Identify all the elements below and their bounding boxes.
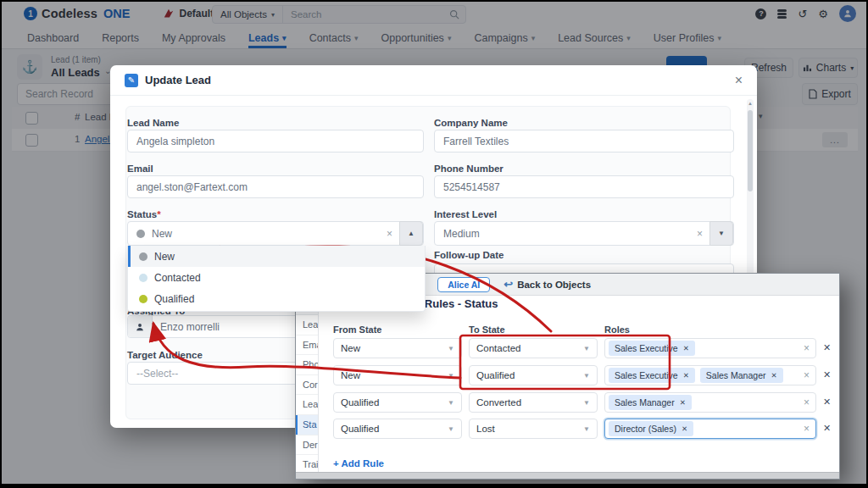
- status-label: Status*: [127, 209, 161, 219]
- role-label: Sales Executive: [615, 370, 678, 380]
- chevron-down-icon: ▼: [583, 399, 590, 407]
- target-audience-label: Target Audience: [127, 350, 203, 360]
- follow-up-date-label: Follow-up Date: [434, 250, 504, 260]
- to-value: Contacted: [476, 343, 520, 353]
- to-state-select[interactable]: Qualified▼: [469, 365, 598, 385]
- status-dot-icon: [136, 230, 145, 238]
- email-field[interactable]: angel.ston@Fartext.com: [127, 175, 424, 198]
- roles-field[interactable]: Sales Executive✕ Sales Manager✕ ×: [604, 365, 816, 385]
- clear-icon[interactable]: ×: [804, 423, 810, 435]
- sidebar-item[interactable]: Trai: [296, 455, 318, 473]
- option-label: Qualified: [154, 293, 194, 305]
- phone-field[interactable]: 5254514587: [434, 175, 734, 198]
- back-to-objects-button[interactable]: ↩ Back to Objects: [504, 279, 591, 290]
- interest-level-select[interactable]: Medium × ▼: [434, 221, 734, 246]
- from-value: New: [341, 370, 360, 380]
- sidebar-item[interactable]: Lea: [296, 395, 318, 415]
- delete-rule-icon[interactable]: ✕: [823, 342, 831, 353]
- chevron-down-icon[interactable]: ▼: [709, 221, 733, 246]
- to-value: Qualified: [476, 370, 515, 380]
- chevron-down-icon: ▼: [448, 425, 454, 433]
- chevron-down-icon: ▼: [448, 372, 454, 380]
- remove-tag-icon[interactable]: ✕: [683, 344, 689, 352]
- role-tag[interactable]: Sales Executive✕: [609, 368, 695, 383]
- to-value: Converted: [476, 397, 521, 408]
- lead-name-label: Lead Name: [127, 118, 179, 128]
- from-state-select[interactable]: New▼: [333, 338, 462, 358]
- role-label: Sales Executive: [615, 343, 678, 353]
- window-bottom-strip: [296, 472, 839, 479]
- sidebar-item[interactable]: Lea: [296, 315, 318, 336]
- sidebar-item[interactable]: Der: [296, 435, 318, 456]
- roles-field-focused[interactable]: Director (Sales)✕ ×: [604, 419, 816, 439]
- status-option-qualified[interactable]: Qualified: [128, 288, 425, 309]
- remove-tag-icon[interactable]: ✕: [680, 398, 686, 407]
- role-tag[interactable]: Director (Sales)✕: [609, 421, 693, 436]
- email-label: Email: [127, 164, 153, 174]
- to-state-select[interactable]: Lost▼: [469, 419, 598, 439]
- option-label: Contacted: [154, 272, 201, 284]
- status-option-new[interactable]: New: [128, 246, 425, 267]
- status-option-contacted[interactable]: Contacted: [128, 267, 425, 288]
- edit-pencil-icon: ✎: [125, 74, 138, 87]
- sidebar-item[interactable]: Ema: [296, 336, 318, 356]
- status-select[interactable]: New × ▲: [127, 221, 424, 246]
- clear-icon[interactable]: ×: [804, 342, 810, 354]
- label-text: Follow-up Date: [434, 250, 504, 260]
- delete-rule-icon[interactable]: ✕: [823, 423, 831, 434]
- to-state-select[interactable]: Contacted▼: [469, 338, 598, 358]
- from-state-select[interactable]: New▼: [333, 365, 462, 385]
- delete-rule-icon[interactable]: ✕: [823, 369, 831, 380]
- from-state-select[interactable]: Qualified▼: [333, 392, 462, 413]
- chevron-down-icon: ▼: [448, 399, 454, 407]
- clear-icon[interactable]: ×: [804, 369, 810, 381]
- chevron-up-icon[interactable]: ▲: [399, 221, 423, 246]
- role-tag[interactable]: Sales Manager✕: [700, 368, 783, 383]
- modal-header: ✎ Update Lead ×: [110, 65, 757, 96]
- delete-rule-icon[interactable]: ✕: [823, 396, 831, 408]
- add-rule-link[interactable]: + Add Rule: [333, 458, 384, 469]
- label-text: Email: [127, 164, 153, 174]
- to-state-select[interactable]: Converted▼: [469, 392, 598, 413]
- alice-ai-button[interactable]: Alice AI: [437, 277, 490, 292]
- person-icon: [128, 316, 153, 337]
- column-to-state: To State: [469, 324, 505, 335]
- clear-icon[interactable]: ×: [697, 228, 703, 240]
- chevron-down-icon: ▼: [583, 345, 590, 352]
- status-value: New: [152, 228, 172, 240]
- sidebar-item[interactable]: Cor: [296, 375, 318, 396]
- role-tag[interactable]: Sales Manager✕: [609, 395, 692, 410]
- lead-name-field[interactable]: Angela simpleton: [127, 130, 424, 152]
- properties-sidebar: Nam Lea Ema Pho Cor Lea Sta Der Trai: [296, 295, 319, 473]
- phone-label: Phone Number: [434, 164, 504, 174]
- add-rule-label: Add Rule: [342, 458, 384, 469]
- required-mark: *: [157, 209, 160, 219]
- scrollbar-thumb[interactable]: [748, 110, 753, 191]
- from-value: New: [341, 343, 360, 353]
- company-name-label: Company Name: [434, 118, 508, 128]
- clear-icon[interactable]: ×: [804, 396, 810, 408]
- screen: 1 Codeless ONE Default Portal All Object…: [0, 0, 868, 488]
- sidebar-item[interactable]: Pho: [296, 355, 318, 375]
- remove-tag-icon[interactable]: ✕: [771, 371, 776, 380]
- sidebar-item-status[interactable]: Sta: [296, 415, 318, 435]
- chevron-down-icon: ▼: [448, 345, 454, 352]
- status-dot-icon: [139, 274, 147, 282]
- roles-field[interactable]: Sales Manager✕ ×: [604, 392, 816, 413]
- status-dot-icon: [139, 252, 147, 261]
- from-value: Qualified: [341, 424, 379, 434]
- company-name-field[interactable]: Farrell Textiles: [434, 130, 734, 152]
- roles-field[interactable]: Sales Executive✕ ×: [604, 338, 816, 358]
- scroll-up-icon[interactable]: ▲: [747, 101, 754, 106]
- remove-tag-icon[interactable]: ✕: [682, 424, 687, 433]
- role-label: Sales Manager: [615, 397, 675, 408]
- close-icon[interactable]: ×: [735, 74, 743, 87]
- role-label: Sales Manager: [706, 370, 766, 380]
- label-text: Interest Level: [434, 209, 497, 219]
- role-tag[interactable]: Sales Executive✕: [609, 341, 695, 356]
- remove-tag-icon[interactable]: ✕: [683, 371, 689, 380]
- label-text: Target Audience: [127, 350, 203, 360]
- back-arrow-icon: ↩: [504, 279, 513, 290]
- clear-icon[interactable]: ×: [387, 228, 392, 240]
- from-state-select[interactable]: Qualified▼: [333, 419, 462, 439]
